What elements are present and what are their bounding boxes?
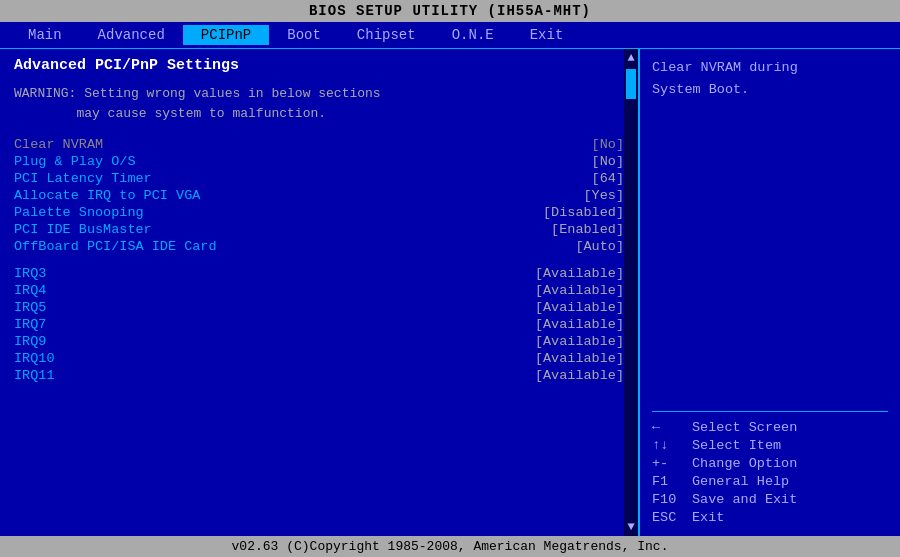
key-description: General Help <box>692 474 789 489</box>
key-symbol: ← <box>652 420 682 435</box>
setting-row[interactable]: PCI IDE BusMaster[Enabled] <box>14 222 624 237</box>
key-symbol: +- <box>652 456 682 471</box>
irq-row[interactable]: IRQ3[Available] <box>14 266 624 281</box>
setting-name: Palette Snooping <box>14 205 144 220</box>
left-panel: Advanced PCI/PnP Settings WARNING: Setti… <box>0 49 640 536</box>
irq-value: [Available] <box>535 266 624 281</box>
setting-name: OffBoard PCI/ISA IDE Card <box>14 239 217 254</box>
key-symbol: F1 <box>652 474 682 489</box>
irq-value: [Available] <box>535 334 624 349</box>
setting-value: [64] <box>592 171 624 186</box>
setting-name: Plug & Play O/S <box>14 154 136 169</box>
setting-name: PCI Latency Timer <box>14 171 152 186</box>
key-row: ESCExit <box>652 510 888 525</box>
warning-content: WARNING: Setting wrong values in below s… <box>14 86 381 121</box>
setting-row[interactable]: Clear NVRAM[No] <box>14 137 624 152</box>
irq-row[interactable]: IRQ5[Available] <box>14 300 624 315</box>
warning-text: WARNING: Setting wrong values in below s… <box>14 84 624 123</box>
setting-value: [No] <box>592 154 624 169</box>
menu-item-boot[interactable]: Boot <box>269 25 339 45</box>
key-description: Exit <box>692 510 724 525</box>
irq-name: IRQ3 <box>14 266 46 281</box>
key-symbol: F10 <box>652 492 682 507</box>
key-row: ←Select Screen <box>652 420 888 435</box>
irq-row[interactable]: IRQ10[Available] <box>14 351 624 366</box>
title-text: BIOS SETUP UTILITY (IH55A-MHT) <box>309 3 591 19</box>
scroll-up-arrow[interactable]: ▲ <box>627 51 634 65</box>
irq-value: [Available] <box>535 317 624 332</box>
key-description: Select Item <box>692 438 781 453</box>
setting-value: [Disabled] <box>543 205 624 220</box>
menu-bar: MainAdvancedPCIPnPBootChipsetO.N.EExit <box>0 22 900 49</box>
key-symbol: ESC <box>652 510 682 525</box>
help-text: Clear NVRAM duringSystem Boot. <box>652 57 888 100</box>
title-bar: BIOS SETUP UTILITY (IH55A-MHT) <box>0 0 900 22</box>
irq-list: IRQ3[Available]IRQ4[Available]IRQ5[Avail… <box>14 266 624 385</box>
irq-name: IRQ9 <box>14 334 46 349</box>
setting-value: [Enabled] <box>551 222 624 237</box>
key-row: F10Save and Exit <box>652 492 888 507</box>
irq-row[interactable]: IRQ4[Available] <box>14 283 624 298</box>
irq-row[interactable]: IRQ7[Available] <box>14 317 624 332</box>
key-row: F1General Help <box>652 474 888 489</box>
irq-name: IRQ5 <box>14 300 46 315</box>
setting-value: [No] <box>592 137 624 152</box>
irq-row[interactable]: IRQ9[Available] <box>14 334 624 349</box>
bios-container: BIOS SETUP UTILITY (IH55A-MHT) MainAdvan… <box>0 0 900 557</box>
section-title: Advanced PCI/PnP Settings <box>14 57 624 74</box>
menu-item-advanced[interactable]: Advanced <box>80 25 183 45</box>
menu-item-main[interactable]: Main <box>10 25 80 45</box>
irq-value: [Available] <box>535 283 624 298</box>
irq-value: [Available] <box>535 300 624 315</box>
irq-name: IRQ11 <box>14 368 55 383</box>
key-description: Change Option <box>692 456 797 471</box>
key-symbol: ↑↓ <box>652 438 682 453</box>
menu-item-pcipnp[interactable]: PCIPnP <box>183 25 269 45</box>
setting-row[interactable]: OffBoard PCI/ISA IDE Card[Auto] <box>14 239 624 254</box>
irq-name: IRQ4 <box>14 283 46 298</box>
irq-name: IRQ10 <box>14 351 55 366</box>
setting-name: Allocate IRQ to PCI VGA <box>14 188 200 203</box>
setting-row[interactable]: Plug & Play O/S[No] <box>14 154 624 169</box>
menu-item-o.n.e[interactable]: O.N.E <box>434 25 512 45</box>
menu-item-chipset[interactable]: Chipset <box>339 25 434 45</box>
key-section: ←Select Screen↑↓Select Item+-Change Opti… <box>652 411 888 528</box>
setting-row[interactable]: Allocate IRQ to PCI VGA[Yes] <box>14 188 624 203</box>
menu-item-exit[interactable]: Exit <box>512 25 582 45</box>
right-panel: Clear NVRAM duringSystem Boot. ←Select S… <box>640 49 900 536</box>
setting-name: PCI IDE BusMaster <box>14 222 152 237</box>
scrollbar[interactable]: ▲ ▼ <box>624 49 638 536</box>
irq-value: [Available] <box>535 351 624 366</box>
irq-name: IRQ7 <box>14 317 46 332</box>
scroll-thumb <box>626 69 636 99</box>
footer-text: v02.63 (C)Copyright 1985-2008, American … <box>232 539 669 554</box>
key-description: Save and Exit <box>692 492 797 507</box>
key-description: Select Screen <box>692 420 797 435</box>
settings-list: Clear NVRAM[No]Plug & Play O/S[No]PCI La… <box>14 137 624 256</box>
setting-value: [Yes] <box>583 188 624 203</box>
irq-value: [Available] <box>535 368 624 383</box>
setting-name: Clear NVRAM <box>14 137 103 152</box>
setting-value: [Auto] <box>575 239 624 254</box>
key-row: ↑↓Select Item <box>652 438 888 453</box>
scroll-down-arrow[interactable]: ▼ <box>627 520 634 534</box>
setting-row[interactable]: Palette Snooping[Disabled] <box>14 205 624 220</box>
key-row: +-Change Option <box>652 456 888 471</box>
main-content: Advanced PCI/PnP Settings WARNING: Setti… <box>0 49 900 536</box>
setting-row[interactable]: PCI Latency Timer[64] <box>14 171 624 186</box>
irq-row[interactable]: IRQ11[Available] <box>14 368 624 383</box>
footer: v02.63 (C)Copyright 1985-2008, American … <box>0 536 900 557</box>
